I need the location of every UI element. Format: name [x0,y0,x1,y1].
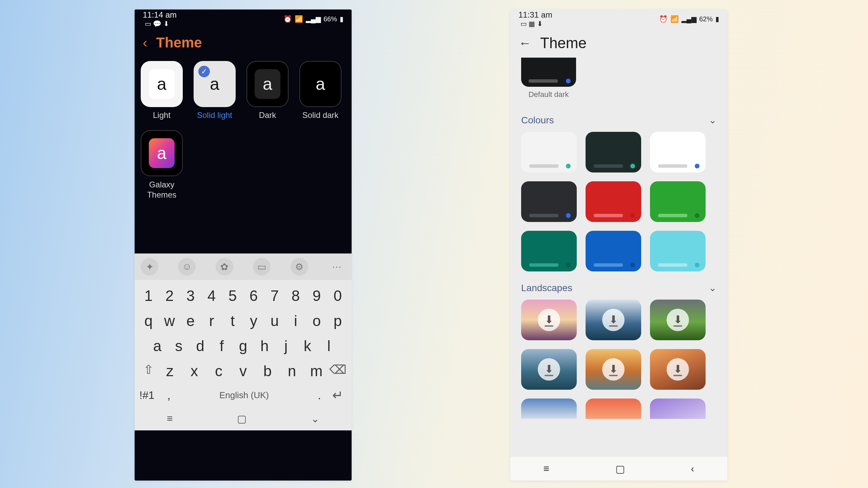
key-a[interactable]: a [148,338,166,354]
colour-swatch-8[interactable] [650,231,706,271]
key-u[interactable]: u [265,312,284,329]
key-5[interactable]: 5 [223,287,242,304]
more-icon[interactable]: ⋯ [328,258,346,276]
key-p[interactable]: p [329,312,347,329]
key-r[interactable]: r [202,312,221,329]
enter-key[interactable]: ↵ [329,388,347,403]
key-s[interactable]: s [170,338,188,354]
key-o[interactable]: o [308,312,326,329]
key-3[interactable]: 3 [181,287,200,304]
key-0[interactable]: 0 [329,287,347,304]
key-4[interactable]: 4 [202,287,221,304]
landscape-swatch-7[interactable] [586,399,641,419]
colour-swatch-4[interactable] [586,181,641,222]
key-j[interactable]: j [277,338,295,354]
section-landscapes: Landscapes ⌄ ⬇⬇⬇⬇⬇⬇ [510,275,727,422]
key-b[interactable]: b [258,363,277,380]
clipboard-icon[interactable]: ▭ [253,258,271,276]
colour-swatch-2[interactable] [650,132,706,172]
key-g[interactable]: g [234,338,252,354]
keyboard-row-2: asdfghjkl [137,333,349,359]
key-6[interactable]: 6 [244,287,263,304]
key-y[interactable]: y [244,312,263,329]
download-icon: ⬇ [538,309,560,331]
key-v[interactable]: v [234,363,252,380]
home-icon[interactable]: ▢ [615,463,625,475]
signal-icon: ▂▄▆ [682,15,696,23]
key-8[interactable]: 8 [287,287,305,304]
section-header-landscapes[interactable]: Landscapes ⌄ [521,282,716,293]
key-f[interactable]: f [213,338,231,354]
spacebar[interactable]: English (UK) [178,390,310,401]
gear-icon[interactable]: ⚙ [291,258,308,276]
colour-swatch-5[interactable] [650,181,706,222]
key-7[interactable]: 7 [265,287,284,304]
download-icon: ⬇ [602,309,625,331]
keyboard-hide-icon[interactable]: ⌄ [311,413,319,425]
colour-swatch-3[interactable] [521,181,577,222]
recents-icon[interactable]: ≡ [543,463,549,474]
back-button[interactable]: ← [518,37,531,49]
section-header-colours[interactable]: Colours ⌄ [521,115,716,126]
colour-swatch-0[interactable] [521,132,577,172]
key-e[interactable]: e [181,312,200,329]
shift-key[interactable]: ⇧ [139,363,158,380]
keyboard-toolbar: ✦ ☺ ✿ ▭ ⚙ ⋯ [135,253,352,280]
recents-icon[interactable]: ≡ [167,413,173,424]
back-button[interactable]: ‹ [143,36,147,49]
nav-bar: ≡ ▢ ⌄ [135,407,352,430]
page-title: Theme [156,35,202,51]
key-d[interactable]: d [191,338,210,354]
landscape-swatch-3[interactable]: ⬇ [521,349,577,390]
ai-suggest-icon[interactable]: ✦ [141,258,158,276]
key-i[interactable]: i [287,312,305,329]
landscape-swatch-2[interactable]: ⬇ [650,300,706,340]
home-icon[interactable]: ▢ [237,413,246,425]
landscape-swatch-0[interactable]: ⬇ [521,300,577,340]
key-h[interactable]: h [255,338,274,354]
landscape-swatch-4[interactable]: ⬇ [586,349,641,390]
theme-swatch-solid-dark: a [299,61,341,107]
status-left-icons: ▭ 💬 ⬇ [143,20,177,28]
key-1[interactable]: 1 [139,287,158,304]
back-icon[interactable]: ‹ [691,463,694,474]
key-q[interactable]: q [139,312,158,329]
landscape-swatch-1[interactable]: ⬇ [586,300,641,340]
keyboard: 1234567890 qwertyuiop asdfghjkl ⇧ zxcvbn… [135,280,352,407]
colour-swatch-6[interactable] [521,231,577,271]
key-m[interactable]: m [307,363,326,380]
keyboard-row-bottom: !#1 , English (UK) . ↵ [137,384,349,407]
key-t[interactable]: t [223,312,242,329]
key-c[interactable]: c [210,363,228,380]
colour-swatch-1[interactable] [586,132,641,172]
key-n[interactable]: n [283,363,301,380]
status-bar: 11:31 am ▭ ▦ ⬇ ⏰ 📶 ▂▄▆ 62% ▮ [510,9,727,28]
theme-option-default-dark[interactable]: Default dark [510,58,727,107]
theme-option-solid-light[interactable]: ✓ a Solid light [194,61,236,120]
battery-icon: ▮ [715,15,719,23]
key-z[interactable]: z [161,363,179,380]
key-9[interactable]: 9 [308,287,326,304]
key-2[interactable]: 2 [160,287,179,304]
landscape-swatch-8[interactable] [650,399,706,419]
theme-option-dark[interactable]: a Dark [246,61,289,120]
status-right-icons: ⏰ 📶 ▂▄▆ 66% ▮ [283,15,343,23]
theme-option-light[interactable]: a Light [141,61,183,120]
wifi-icon: 📶 [295,15,303,23]
landscape-swatch-6[interactable] [521,399,577,419]
key-l[interactable]: l [320,338,338,354]
emoji-icon[interactable]: ☺ [178,258,196,276]
colour-swatch-7[interactable] [586,231,641,271]
period-key[interactable]: . [310,389,329,402]
backspace-key[interactable]: ⌫ [329,363,347,380]
keyboard-row-3: ⇧ zxcvbnm ⌫ [137,359,349,384]
theme-option-galaxy-themes[interactable]: a Galaxy Themes [141,130,183,200]
key-x[interactable]: x [185,363,203,380]
landscape-swatch-5[interactable]: ⬇ [650,349,706,390]
sticker-icon[interactable]: ✿ [216,258,233,276]
comma-key[interactable]: , [160,389,178,402]
theme-option-solid-dark[interactable]: a Solid dark [299,61,341,120]
symbols-key[interactable]: !#1 [139,389,160,402]
key-w[interactable]: w [160,312,179,329]
key-k[interactable]: k [298,338,317,354]
